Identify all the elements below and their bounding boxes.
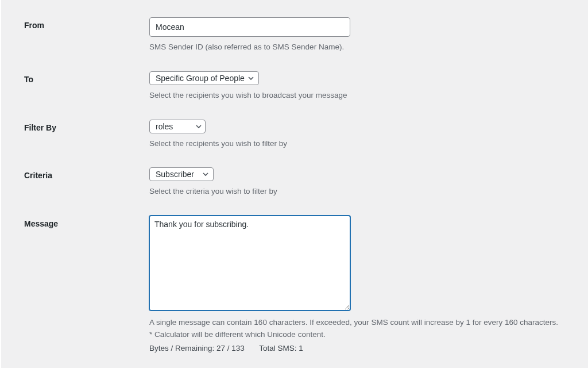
message-help-line1: A single message can contain 160 charact…	[149, 317, 565, 328]
chevron-down-icon	[248, 75, 254, 81]
chevron-down-icon	[203, 171, 208, 177]
to-help: Select the recipients you wish to broadc…	[149, 90, 565, 101]
from-help: SMS Sender ID (also referred as to SMS S…	[149, 41, 565, 53]
row-criteria: Criteria Subscriber Select the criteria …	[24, 167, 565, 197]
to-select[interactable]: Specific Group of People	[149, 71, 259, 85]
criteria-help: Select the criteria you wish to filter b…	[149, 186, 565, 197]
chevron-down-icon	[196, 124, 202, 129]
label-filter-by: Filter By	[24, 120, 149, 132]
label-from: From	[24, 17, 149, 30]
to-select-value: Specific Group of People	[156, 74, 245, 83]
label-criteria: Criteria	[24, 167, 149, 180]
criteria-select-value: Subscriber	[156, 170, 199, 179]
filter-by-help: Select the recipients you wish to filter…	[149, 138, 565, 150]
message-counter: Bytes / Remaining: 27 / 133 Total SMS: 1	[149, 344, 565, 352]
label-message: Message	[24, 216, 149, 228]
counter-label: Bytes / Remaining:	[149, 344, 214, 352]
criteria-select[interactable]: Subscriber	[149, 167, 214, 181]
row-message: Message A single message can contain 160…	[24, 216, 565, 352]
counter-value: 27 / 133	[216, 344, 245, 352]
message-textarea[interactable]	[149, 216, 350, 310]
row-to: To Specific Group of People Select the r…	[24, 71, 565, 101]
label-to: To	[24, 71, 149, 84]
row-filter-by: Filter By roles Select the recipients yo…	[24, 120, 565, 150]
filter-by-select-value: roles	[156, 122, 192, 131]
total-sms-label: Total SMS:	[259, 344, 296, 352]
message-help-line2: * Calculator will be different which Uni…	[149, 329, 565, 340]
filter-by-select[interactable]: roles	[149, 120, 206, 133]
total-sms-value: 1	[299, 344, 303, 352]
from-input[interactable]	[149, 17, 350, 37]
row-from: From SMS Sender ID (also referred as to …	[24, 17, 565, 53]
